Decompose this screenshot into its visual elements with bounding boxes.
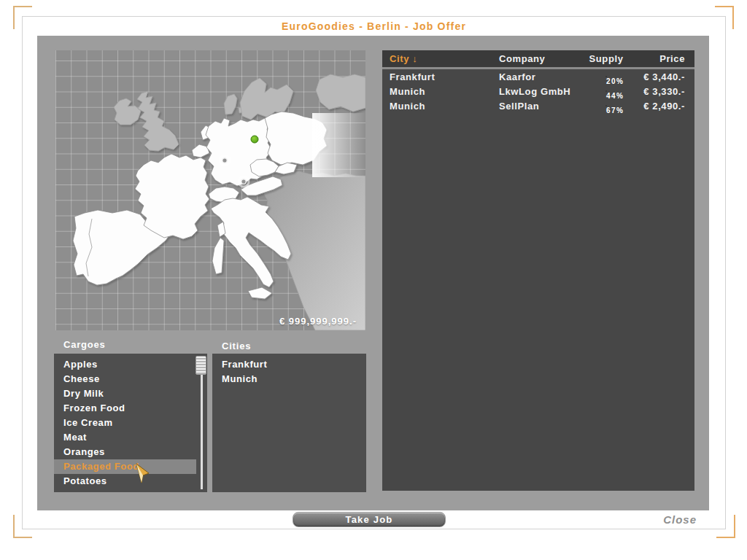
column-header-supply[interactable]: Supply [577, 53, 635, 64]
mouse-cursor-icon [133, 463, 150, 483]
cities-items: FrankfurtMunich [212, 357, 366, 386]
list-item[interactable]: Packaged Food [54, 459, 196, 474]
column-header-price[interactable]: Price [635, 53, 694, 64]
offer-row[interactable]: Frankfurt Kaarfor 20% € 3,440.- [382, 69, 694, 84]
cargoes-scrollbar-thumb[interactable] [196, 356, 206, 375]
country-uk [137, 91, 179, 151]
column-header-company[interactable]: Company [492, 53, 577, 64]
list-item[interactable]: Frankfurt [212, 357, 366, 372]
offer-company: LkwLog GmbH [492, 86, 577, 97]
offer-price: € 3,330.- [635, 86, 694, 97]
offer-city: Munich [382, 86, 492, 97]
offers-table-header: City ↓ Company Supply Price [382, 50, 694, 69]
berlin-marker[interactable] [249, 134, 260, 145]
offer-city: Munich [382, 101, 492, 112]
list-item[interactable]: Meat [54, 430, 207, 445]
map-east-fade [312, 113, 365, 177]
list-item[interactable]: Oranges [54, 445, 207, 459]
list-item[interactable]: Apples [54, 357, 207, 372]
main-panel: € 999,999,999.- City ↓ Company Supply Pr… [37, 36, 709, 510]
job-offer-window: EuroGoodies - Berlin - Job Offer [22, 16, 726, 529]
country-baltic [316, 74, 365, 112]
list-item[interactable]: Munich [212, 372, 366, 386]
cities-label: Cities [222, 341, 251, 351]
offer-company: Kaarfor [492, 71, 577, 82]
list-item[interactable]: Dry Milk [54, 386, 207, 401]
take-job-button[interactable]: Take Job [293, 512, 446, 527]
cargoes-items: ApplesCheeseDry MilkFrozen FoodIce Cream… [54, 357, 207, 489]
offer-row[interactable]: Munich LkwLog GmbH 44% € 3,330.- [382, 84, 694, 98]
window-title: EuroGoodies - Berlin - Job Offer [23, 20, 725, 32]
country-ireland [114, 98, 141, 125]
money-display: € 999,999,999.- [279, 316, 357, 327]
offer-company: SellPlan [492, 101, 577, 112]
list-item[interactable]: Ice Cream [54, 416, 207, 430]
europe-map-graphic [55, 50, 365, 330]
offers-table: City ↓ Company Supply Price Frankfurt Ka… [382, 50, 694, 491]
cargoes-label: Cargoes [63, 339, 106, 350]
offer-price: € 3,440.- [635, 71, 694, 82]
offer-price: € 2,490.- [635, 101, 694, 112]
list-item[interactable]: Frozen Food [54, 401, 207, 416]
island-sardinia [212, 238, 224, 274]
offers-table-body: Frankfurt Kaarfor 20% € 3,440.- Munich L… [382, 69, 694, 113]
cities-list: FrankfurtMunich [212, 354, 366, 492]
cargoes-list: ApplesCheeseDry MilkFrozen FoodIce Cream… [54, 354, 207, 492]
list-item[interactable]: Cheese [54, 372, 207, 386]
offer-city: Frankfurt [382, 71, 492, 82]
list-item[interactable]: Potatoes [54, 474, 207, 489]
island-sicily [248, 287, 272, 299]
europe-map[interactable]: € 999,999,999.- [55, 50, 365, 330]
country-france [135, 154, 209, 239]
cargoes-scrollbar-track[interactable] [201, 357, 203, 489]
offer-row[interactable]: Munich SellPlan 67% € 2,490.- [382, 98, 694, 113]
column-header-city[interactable]: City ↓ [382, 53, 492, 64]
country-denmark [224, 94, 237, 114]
close-button[interactable]: Close [663, 513, 697, 526]
